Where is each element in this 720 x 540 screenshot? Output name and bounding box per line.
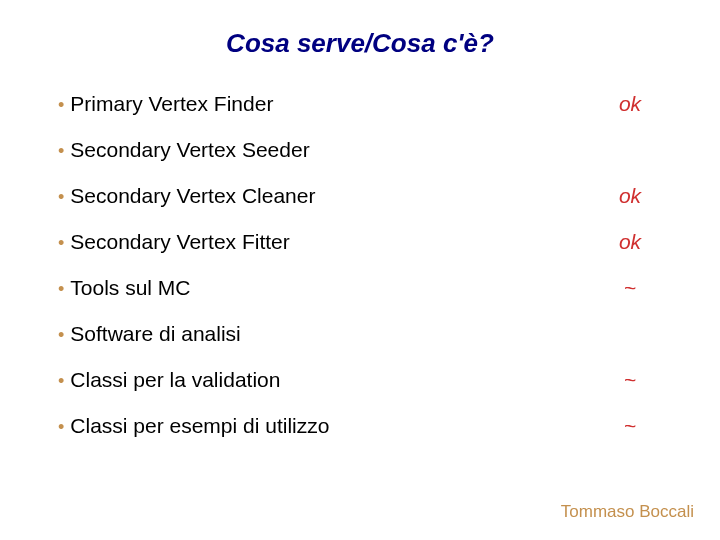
item-label: Secondary Vertex Fitter: [70, 230, 289, 254]
item-label: Secondary Vertex Cleaner: [70, 184, 315, 208]
bullet-icon: •: [58, 96, 64, 114]
list-item: • Secondary Vertex Seeder: [58, 138, 668, 162]
item-status: ok: [610, 92, 668, 116]
item-label-wrap: • Secondary Vertex Seeder: [58, 138, 310, 162]
item-label: Secondary Vertex Seeder: [70, 138, 309, 162]
item-label-wrap: • Classi per esempi di utilizzo: [58, 414, 329, 438]
item-label-wrap: • Secondary Vertex Cleaner: [58, 184, 315, 208]
bullet-icon: •: [58, 326, 64, 344]
bullet-icon: •: [58, 188, 64, 206]
list-item: • Classi per la validation ~: [58, 368, 668, 392]
bullet-icon: •: [58, 234, 64, 252]
item-status: ok: [610, 184, 668, 208]
item-label: Software di analisi: [70, 322, 240, 346]
item-status: ~: [610, 276, 668, 300]
list-item: • Primary Vertex Finder ok: [58, 92, 668, 116]
item-label: Primary Vertex Finder: [70, 92, 273, 116]
item-label: Tools sul MC: [70, 276, 190, 300]
item-label-wrap: • Classi per la validation: [58, 368, 280, 392]
item-label: Classi per la validation: [70, 368, 280, 392]
item-label: Classi per esempi di utilizzo: [70, 414, 329, 438]
bullet-list: • Primary Vertex Finder ok • Secondary V…: [58, 92, 668, 460]
item-label-wrap: • Tools sul MC: [58, 276, 191, 300]
item-status: ~: [610, 414, 668, 438]
slide: Cosa serve/Cosa c'è? • Primary Vertex Fi…: [0, 0, 720, 540]
item-label-wrap: • Secondary Vertex Fitter: [58, 230, 290, 254]
item-status: ok: [610, 230, 668, 254]
item-label-wrap: • Primary Vertex Finder: [58, 92, 273, 116]
item-status: ~: [610, 368, 668, 392]
author-name: Tommaso Boccali: [561, 502, 694, 522]
list-item: • Software di analisi: [58, 322, 668, 346]
item-label-wrap: • Software di analisi: [58, 322, 241, 346]
slide-title: Cosa serve/Cosa c'è?: [0, 28, 720, 59]
bullet-icon: •: [58, 280, 64, 298]
list-item: • Tools sul MC ~: [58, 276, 668, 300]
list-item: • Secondary Vertex Cleaner ok: [58, 184, 668, 208]
bullet-icon: •: [58, 372, 64, 390]
bullet-icon: •: [58, 142, 64, 160]
list-item: • Classi per esempi di utilizzo ~: [58, 414, 668, 438]
list-item: • Secondary Vertex Fitter ok: [58, 230, 668, 254]
bullet-icon: •: [58, 418, 64, 436]
